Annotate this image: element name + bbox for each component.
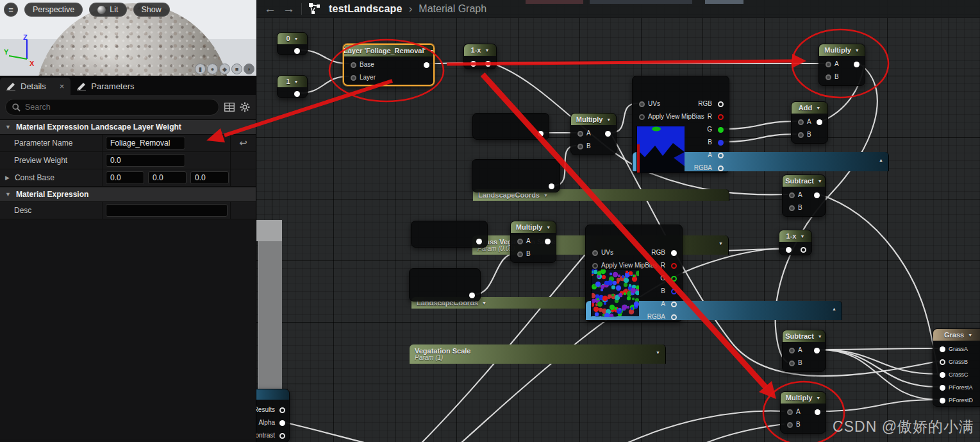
pin-mul3-out[interactable] xyxy=(815,409,820,415)
material-graph-canvas[interactable]: ← → testLandscape › Material Graph 0▼1▼L… xyxy=(256,0,980,442)
pin-grass-PForestD[interactable] xyxy=(940,398,945,404)
settings-button[interactable] xyxy=(240,102,250,112)
search-box[interactable] xyxy=(5,99,219,115)
chevron-down-icon[interactable]: ▼ xyxy=(855,48,860,53)
node-header[interactable]: 1-x▼ xyxy=(779,230,811,242)
pin-multop-B[interactable] xyxy=(826,74,831,80)
pin-mul2-A[interactable] xyxy=(517,239,523,244)
pin-varmap1-R[interactable] xyxy=(718,114,724,120)
pin-varmap2-R[interactable] xyxy=(671,263,677,269)
pin-varmap2-Apply View MipBias[interactable] xyxy=(592,263,598,269)
pin-mul1-out[interactable] xyxy=(605,131,611,137)
breadcrumb-asset-name[interactable]: testLandscape xyxy=(329,3,403,15)
show-button[interactable]: Show xyxy=(133,3,170,17)
pin-add1-out[interactable] xyxy=(817,119,822,125)
node-header[interactable]: Multiply▼ xyxy=(819,44,865,56)
const-base-g-field[interactable] xyxy=(148,171,187,184)
chevron-down-icon[interactable]: ▼ xyxy=(294,37,299,41)
node-header[interactable]: 1▼ xyxy=(278,76,307,87)
node-header[interactable]: Subtract▼ xyxy=(783,175,825,187)
node-mul3[interactable]: Multiply▼AB xyxy=(780,391,826,434)
node-header[interactable]: Add▼ xyxy=(792,102,827,114)
pin-varmap1-A[interactable] xyxy=(718,153,724,158)
shape-cube-button[interactable]: ■ xyxy=(231,64,242,74)
node-onex1[interactable]: 1-x▼ xyxy=(463,44,497,69)
reset-to-default-icon[interactable]: ↩ xyxy=(239,137,247,149)
tab-details[interactable]: Details × xyxy=(0,78,71,95)
search-input[interactable] xyxy=(25,103,212,112)
viewport-menu-icon[interactable]: ≡ xyxy=(4,3,18,17)
node-header[interactable]: 0▼ xyxy=(278,33,307,44)
const-base-b-field[interactable] xyxy=(190,171,229,184)
node-clipped[interactable]: ResultsAlphaontrast xyxy=(256,389,290,442)
node-sub1[interactable]: Subtract▼AB xyxy=(782,174,826,217)
section-material-expression[interactable]: ▼ Material Expression xyxy=(0,187,256,202)
chevron-down-icon[interactable]: ▼ xyxy=(429,49,433,53)
pin-onex2-out[interactable] xyxy=(801,247,806,253)
node-varmap1[interactable]: VariationMapParam2D▲UVsApply View MipBia… xyxy=(632,76,729,173)
pin-sub1-out[interactable] xyxy=(814,192,820,198)
pin-onex1-in[interactable] xyxy=(470,61,476,67)
pin-varmap1-B[interactable] xyxy=(718,140,724,146)
lit-button[interactable]: Lit xyxy=(89,3,126,17)
node-add1[interactable]: Add▼AB xyxy=(791,101,828,144)
node-mul1[interactable]: Multiply▼AB xyxy=(570,113,617,155)
node-header[interactable]: Vegatation ScaleParam (1)▼ xyxy=(410,344,666,364)
pin-varmap2-B[interactable] xyxy=(671,289,677,294)
pin-layer-out[interactable] xyxy=(424,62,429,68)
pin-multop-A[interactable] xyxy=(826,62,831,67)
chevron-down-icon[interactable]: ▼ xyxy=(800,234,804,239)
chevron-down-icon[interactable]: ▼ xyxy=(606,117,611,122)
shape-cylinder-button[interactable]: ▮ xyxy=(195,64,206,74)
node-lc1[interactable]: LandscapeCoords▼ xyxy=(472,113,549,140)
pin-varmap1-UVs[interactable] xyxy=(639,101,645,107)
collapse-up-icon[interactable]: ▲ xyxy=(832,307,836,311)
node-header[interactable]: Subtract▼ xyxy=(783,330,825,342)
pin-mul1-B[interactable] xyxy=(577,144,583,149)
pin-sub1-B[interactable] xyxy=(789,205,795,211)
node-lc2[interactable]: LandscapeCoords▼ xyxy=(411,221,488,248)
node-grass[interactable]: Grass▼GrassAGrassBGrassCPForestAPForestD xyxy=(933,328,980,407)
pin-gvs-out[interactable] xyxy=(549,183,554,189)
node-const1[interactable]: 1▼ xyxy=(277,75,308,98)
display-filter-button[interactable] xyxy=(224,103,235,112)
pin-layer-Layer[interactable] xyxy=(351,75,356,81)
pin-add1-A[interactable] xyxy=(798,119,804,125)
pin-vs-out[interactable] xyxy=(469,293,475,298)
chevron-down-icon[interactable]: ▼ xyxy=(482,301,486,305)
tab-parameters[interactable]: Parameters xyxy=(71,78,140,95)
pin-sub2-out[interactable] xyxy=(814,348,820,353)
node-vs[interactable]: Vegatation ScaleParam (1)▼ xyxy=(409,268,481,302)
chevron-down-icon[interactable]: ▼ xyxy=(544,193,548,198)
perspective-button[interactable]: Perspective xyxy=(24,3,83,17)
node-const0[interactable]: 0▼ xyxy=(277,32,308,55)
pin-mul2-out[interactable] xyxy=(545,239,551,244)
shape-sphere-button[interactable]: ● xyxy=(207,64,218,74)
chevron-down-icon[interactable]: ▼ xyxy=(968,333,972,337)
pin-mul2-B[interactable] xyxy=(517,251,523,257)
chevron-down-icon[interactable]: ▼ xyxy=(818,334,822,339)
chevron-down-icon[interactable]: ▼ xyxy=(656,350,660,355)
pin-sub1-A[interactable] xyxy=(789,192,795,198)
pin-mul3-B[interactable] xyxy=(787,422,793,428)
pin-layer-Base[interactable] xyxy=(351,62,356,68)
chevron-down-icon[interactable]: ▼ xyxy=(816,396,820,400)
pin-const0-out[interactable] xyxy=(294,48,300,54)
pin-mul1-A[interactable] xyxy=(577,131,583,137)
chevron-down-icon[interactable]: ▼ xyxy=(818,179,822,183)
node-varmap2[interactable]: VariationMapParam2D▲UVsApply View MipBia… xyxy=(585,225,683,322)
back-arrow-icon[interactable]: ← xyxy=(264,3,276,15)
desc-field[interactable] xyxy=(106,204,228,217)
node-header[interactable]: Multiply▼ xyxy=(781,392,826,404)
pin-add1-B[interactable] xyxy=(798,132,804,138)
chevron-down-icon[interactable]: ▼ xyxy=(718,241,723,246)
collapse-up-icon[interactable]: ▲ xyxy=(879,158,883,162)
pin-sub2-B[interactable] xyxy=(789,361,795,366)
node-header[interactable] xyxy=(256,389,289,400)
pin-varmap1-Apply View MipBias[interactable] xyxy=(639,114,645,120)
node-header[interactable]: Layer 'Foliage_Removal'▼ xyxy=(344,45,433,56)
pin-varmap1-G[interactable] xyxy=(718,127,724,133)
pin-clipped-ontrast[interactable] xyxy=(279,433,285,439)
preview-viewport[interactable]: ≡ Perspective Lit Show Z Y X ▮ ● ◆ ■ ◗ xyxy=(0,0,256,76)
chevron-down-icon[interactable]: ▼ xyxy=(546,225,551,230)
